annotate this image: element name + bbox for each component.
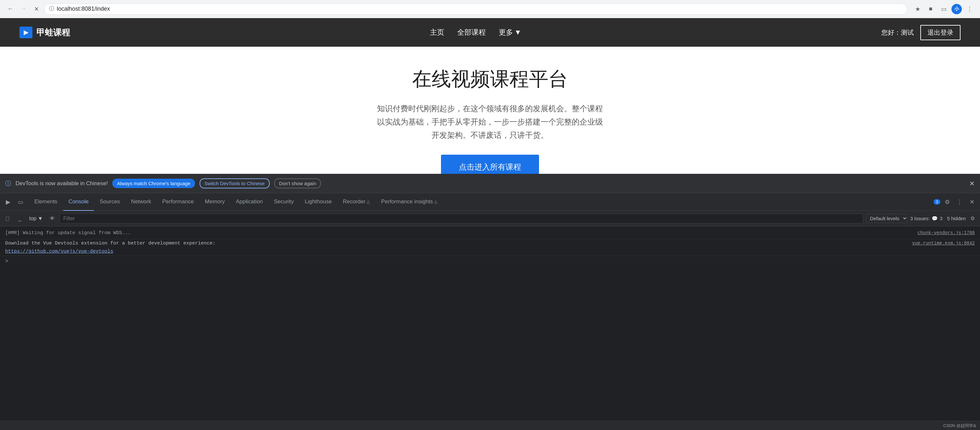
match-language-button[interactable]: Always match Chrome's language <box>112 179 195 188</box>
tab-network[interactable]: Network <box>126 193 156 211</box>
filter-input[interactable] <box>60 214 863 224</box>
chat-icon: 💬 <box>932 216 938 222</box>
switch-devtools-button[interactable]: Switch DevTools to Chinese <box>200 178 270 189</box>
performance-insights-icon: △ <box>434 199 438 204</box>
issues-badge: 3 Issues: 💬 3 5 hidden ⚙ <box>910 214 977 224</box>
forward-button[interactable]: → <box>18 4 29 14</box>
logout-button[interactable]: 退出登录 <box>920 25 961 40</box>
tab-badge: 3 <box>934 199 940 205</box>
back-button[interactable]: ← <box>5 4 16 14</box>
clear-console-button[interactable]: ⎕ <box>3 214 12 224</box>
status-text: CSDN @赵同学& <box>943 423 976 429</box>
console-settings-button[interactable]: ⚙ <box>968 214 977 224</box>
devtools-more-button[interactable]: ⋮ <box>954 197 965 208</box>
nav-links: 主页 全部课程 更多 ▼ <box>430 27 522 37</box>
hero-description: 知识付费时代刚刚起步，在这个领域有很多的发展机会。整个课程以实战为基础，手把手从… <box>376 102 604 142</box>
device-toolbar-button[interactable]: ▭ <box>15 197 26 208</box>
security-icon: ⓘ <box>49 5 54 12</box>
tab-performance-insights[interactable]: Performance insights △ <box>376 193 442 211</box>
menu-button[interactable]: ⋮ <box>964 4 975 14</box>
log-levels-select[interactable]: Default levels <box>866 214 908 223</box>
eye-button[interactable]: 👁 <box>48 214 57 224</box>
source-link-2[interactable]: vue.runtime.esm.js:8842 <box>912 241 975 246</box>
info-circle-icon: ⓘ <box>5 180 11 187</box>
tab-recorder[interactable]: Recorder △ <box>338 193 375 211</box>
console-message-1: [HMR] Waiting for update signal from WDS… <box>0 229 980 239</box>
console-text-1: [HMR] Waiting for update signal from WDS… <box>5 230 131 236</box>
website-content: ▶ 甲蛙课程 主页 全部课程 更多 ▼ 您好：测试 退出登录 在线视频课程平台 … <box>0 18 980 174</box>
bookmark-button[interactable]: ★ <box>913 4 923 14</box>
extensions-button[interactable]: ■ <box>926 4 936 14</box>
devtools-settings-button[interactable]: ⚙ <box>942 197 953 208</box>
address-bar[interactable]: ⓘ localhost:8081/index <box>44 3 907 14</box>
console-message-2: Download the Vue Devtools extension for … <box>0 239 980 256</box>
tab-performance[interactable]: Performance <box>157 193 199 211</box>
tab-elements[interactable]: Elements <box>29 193 63 211</box>
devtools-left-icons: ▶ ▭ <box>3 197 26 208</box>
split-button[interactable]: ▭ <box>939 4 949 14</box>
nav-more[interactable]: 更多 ▼ <box>499 27 522 37</box>
hidden-count: 5 hidden <box>947 216 966 221</box>
user-greeting: 您好：测试 <box>881 28 914 37</box>
devtools-close-button[interactable]: ✕ <box>966 197 977 208</box>
context-value: top <box>29 216 37 222</box>
tab-lighthouse[interactable]: Lighthouse <box>299 193 337 211</box>
console-output: [HMR] Waiting for update signal from WDS… <box>0 226 980 421</box>
tab-sources[interactable]: Sources <box>94 193 125 211</box>
camera-icon: ▶ <box>19 27 32 38</box>
issues-label: 3 Issues: <box>910 216 930 221</box>
context-selector[interactable]: top ▼ <box>27 214 45 223</box>
status-bar: CSDN @赵同学& <box>0 421 980 430</box>
recorder-icon: △ <box>367 199 370 204</box>
site-navbar: ▶ 甲蛙课程 主页 全部课程 更多 ▼ 您好：测试 退出登录 <box>0 18 980 47</box>
tab-memory[interactable]: Memory <box>200 193 230 211</box>
vue-devtools-link[interactable]: https://github.com/vuejs/vue-devtools <box>5 249 113 254</box>
user-area: 您好：测试 退出登录 <box>881 25 961 40</box>
devtools-info-message: DevTools is now available in Chinese! <box>16 180 108 187</box>
toggle-filter-button[interactable]: ⎯ <box>15 214 25 224</box>
nav-home[interactable]: 主页 <box>430 27 444 37</box>
console-text-2: Download the Vue Devtools extension for … <box>5 241 215 246</box>
devtools-panel: ⓘ DevTools is now available in Chinese! … <box>0 174 980 430</box>
browser-actions: ★ ■ ▭ 小 ⋮ <box>913 4 975 14</box>
tab-console[interactable]: Console <box>63 193 94 211</box>
reload-button[interactable]: ✕ <box>31 4 41 14</box>
hero-title: 在线视频课程平台 <box>412 66 568 92</box>
inspect-element-button[interactable]: ▶ <box>3 197 14 208</box>
console-toolbar: ⎕ ⎯ top ▼ 👁 Default levels 3 Issues: 💬 3… <box>0 211 980 226</box>
url-text: localhost:8081/index <box>57 5 902 12</box>
browser-chrome: ← → ✕ ⓘ localhost:8081/index ★ ■ ▭ 小 ⋮ <box>0 0 980 18</box>
devtools-info-bar: ⓘ DevTools is now available in Chinese! … <box>0 174 980 193</box>
info-bar-close-button[interactable]: ✕ <box>969 180 975 187</box>
dont-show-button[interactable]: Don't show again <box>274 178 321 189</box>
issues-count: 3 <box>940 216 942 221</box>
prompt-icon: > <box>5 259 8 264</box>
console-input-area[interactable]: > <box>0 256 980 267</box>
devtools-tabs: ▶ ▭ Elements Console Sources Network Per… <box>0 193 980 211</box>
chevron-down-icon: ▼ <box>514 28 522 36</box>
source-link-1[interactable]: chunk-vendors.js:1788 <box>918 230 975 235</box>
tab-security[interactable]: Security <box>269 193 299 211</box>
site-logo: ▶ 甲蛙课程 <box>19 27 70 38</box>
devtools-right-icons: 3 ⚙ ⋮ ✕ <box>932 197 977 208</box>
hero-cta-button[interactable]: 点击进入所有课程 <box>441 155 539 174</box>
tab-application[interactable]: Application <box>231 193 268 211</box>
nav-all-courses[interactable]: 全部课程 <box>457 27 486 37</box>
logo-text: 甲蛙课程 <box>37 27 70 38</box>
avatar[interactable]: 小 <box>951 4 962 14</box>
context-dropdown-icon: ▼ <box>38 216 43 222</box>
hero-section: 在线视频课程平台 知识付费时代刚刚起步，在这个领域有很多的发展机会。整个课程以实… <box>0 47 980 174</box>
